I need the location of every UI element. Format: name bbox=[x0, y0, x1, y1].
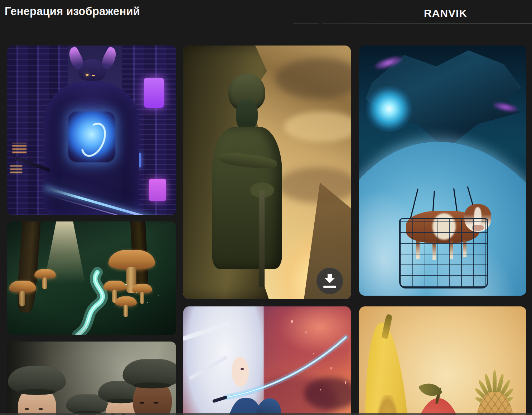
header-divider-segment bbox=[293, 23, 319, 24]
statue-sword bbox=[259, 190, 265, 287]
newsboy-cap bbox=[123, 359, 176, 387]
gallery-column-1 bbox=[7, 46, 176, 415]
header: Генерация изображений RANVIK bbox=[0, 0, 532, 25]
download-icon-arrowhead bbox=[325, 278, 335, 283]
statue-torso bbox=[212, 127, 282, 269]
boy-figure bbox=[123, 359, 176, 415]
banana-face bbox=[377, 395, 398, 415]
horizontal-scrollbar[interactable] bbox=[0, 413, 532, 415]
lit-windows bbox=[12, 143, 26, 153]
download-icon-base bbox=[323, 286, 336, 288]
header-divider bbox=[0, 23, 532, 24]
image-card-cow-under-spaceship[interactable] bbox=[359, 46, 526, 296]
apple-figure bbox=[412, 398, 464, 415]
image-generation-page: Генерация изображений RANVIK bbox=[0, 0, 532, 415]
cloud bbox=[277, 167, 351, 203]
lit-windows bbox=[10, 165, 22, 173]
neon-sign bbox=[144, 78, 164, 108]
wire-basket bbox=[399, 218, 488, 288]
newsboy-cap bbox=[8, 366, 66, 393]
image-card-anime-swordswoman[interactable] bbox=[183, 306, 351, 415]
image-card-stone-knight-statue[interactable] bbox=[183, 46, 351, 299]
image-card-glowing-forest[interactable] bbox=[7, 221, 176, 335]
gallery-column-3 bbox=[359, 46, 526, 415]
pineapple-figure bbox=[466, 334, 523, 415]
gallery-column-2 bbox=[183, 46, 351, 415]
banana-figure bbox=[364, 323, 409, 415]
header-divider-line bbox=[322, 23, 532, 24]
engine-glow bbox=[366, 86, 412, 132]
page-title: Генерация изображений bbox=[5, 5, 140, 18]
image-card-cyberpunk-samurai[interactable] bbox=[7, 46, 176, 215]
forest-vignette bbox=[7, 221, 176, 335]
download-icon bbox=[323, 273, 337, 289]
image-card-fruit-head-warriors[interactable] bbox=[359, 306, 526, 415]
download-button[interactable] bbox=[316, 268, 343, 294]
glowing-katana bbox=[183, 306, 351, 415]
image-card-boys-in-caps[interactable] bbox=[7, 342, 176, 415]
boy-figure bbox=[8, 366, 66, 415]
brand-logo[interactable]: RANVIK bbox=[424, 7, 467, 19]
neon-sign bbox=[149, 179, 166, 201]
